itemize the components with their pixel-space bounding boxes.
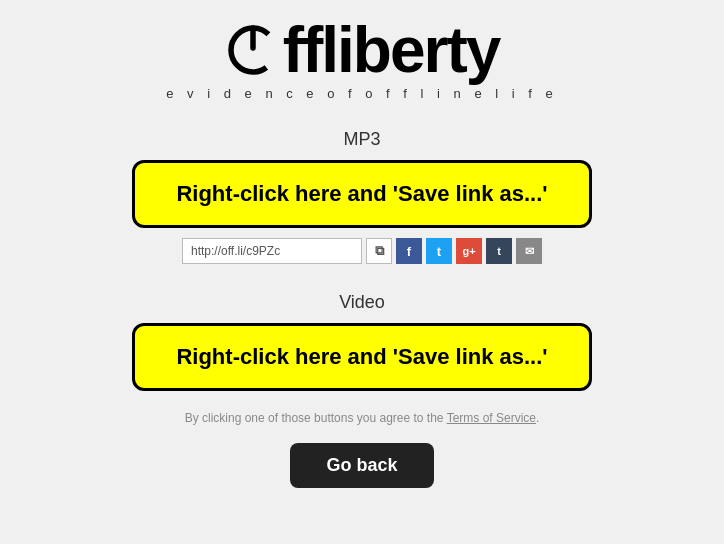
tumblr-button[interactable]: t <box>486 238 512 264</box>
fb-icon: f <box>407 244 411 259</box>
copy-button[interactable]: ⧉ <box>366 238 392 264</box>
tos-link[interactable]: Terms of Service <box>447 411 536 425</box>
mp3-label: MP3 <box>343 129 380 150</box>
facebook-button[interactable]: f <box>396 238 422 264</box>
email-button[interactable]: ✉ <box>516 238 542 264</box>
video-download-button[interactable]: Right-click here and 'Save link as...' <box>132 323 592 391</box>
go-back-button[interactable]: Go back <box>290 443 433 488</box>
tw-icon: t <box>437 244 441 259</box>
power-icon <box>225 22 281 78</box>
share-row: ⧉ f t g+ t ✉ <box>182 238 542 264</box>
tos-before: By clicking one of those buttons you agr… <box>185 411 447 425</box>
tumblr-icon: t <box>497 245 501 257</box>
logo: ffliberty <box>166 18 557 82</box>
twitter-button[interactable]: t <box>426 238 452 264</box>
tagline: e v i d e n c e o f o f f l i n e l i f … <box>166 86 557 101</box>
email-icon: ✉ <box>525 245 534 258</box>
googleplus-button[interactable]: g+ <box>456 238 482 264</box>
gp-icon: g+ <box>462 245 475 257</box>
tos-text: By clicking one of those buttons you agr… <box>185 411 540 425</box>
tos-after: . <box>536 411 539 425</box>
logo-area: ffliberty e v i d e n c e o f o f f l i … <box>166 18 557 101</box>
logo-text-part: ffliberty <box>283 18 500 82</box>
mp3-download-button[interactable]: Right-click here and 'Save link as...' <box>132 160 592 228</box>
copy-icon: ⧉ <box>375 243 384 259</box>
url-field[interactable] <box>182 238 362 264</box>
video-label: Video <box>339 292 385 313</box>
